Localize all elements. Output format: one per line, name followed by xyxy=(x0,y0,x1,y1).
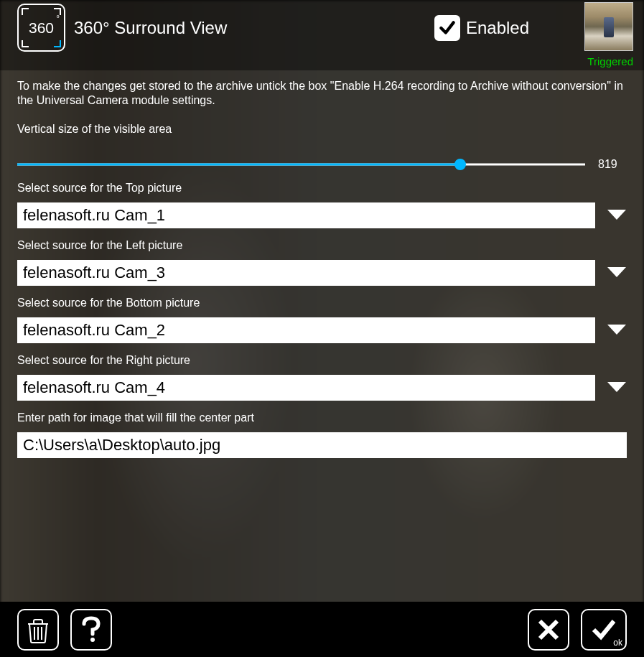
chevron-down-icon[interactable] xyxy=(607,266,627,279)
delete-button[interactable] xyxy=(17,609,59,651)
chevron-down-icon[interactable] xyxy=(607,209,627,222)
camera-preview-thumbnail[interactable] xyxy=(584,2,633,51)
source-top-label: Select source for the Top picture xyxy=(17,181,627,195)
help-text: To make the changes get stored to the ar… xyxy=(17,79,627,108)
module-360-icon: 360° xyxy=(17,4,65,52)
enabled-checkbox[interactable] xyxy=(434,15,460,41)
vertical-size-value: 819 xyxy=(598,158,627,171)
source-bottom-value[interactable]: felenasoft.ru Cam_2 xyxy=(17,317,595,343)
svg-point-8 xyxy=(90,638,95,642)
ok-label: ok xyxy=(613,638,622,648)
settings-panel: To make the changes get stored to the ar… xyxy=(0,70,644,602)
check-icon xyxy=(438,19,457,37)
status-badge: Triggered xyxy=(587,55,633,67)
svg-marker-0 xyxy=(607,210,626,220)
source-left-value[interactable]: felenasoft.ru Cam_3 xyxy=(17,260,595,286)
svg-marker-2 xyxy=(607,325,626,335)
question-icon xyxy=(77,615,106,644)
enabled-label: Enabled xyxy=(466,18,529,38)
slider-thumb[interactable] xyxy=(454,159,466,170)
source-top-dropdown[interactable]: felenasoft.ru Cam_1 xyxy=(17,202,627,228)
source-left-label: Select source for the Left picture xyxy=(17,238,627,253)
chevron-down-icon[interactable] xyxy=(607,324,627,337)
center-image-label: Enter path for image that will fill the … xyxy=(17,411,627,425)
source-right-dropdown[interactable]: felenasoft.ru Cam_4 xyxy=(17,375,627,401)
source-right-value[interactable]: felenasoft.ru Cam_4 xyxy=(17,375,595,401)
degree-symbol: ° xyxy=(56,14,60,24)
center-image-path-input[interactable] xyxy=(17,432,627,458)
chevron-down-icon[interactable] xyxy=(607,381,627,394)
vertical-size-slider[interactable] xyxy=(17,158,585,171)
cancel-button[interactable] xyxy=(528,609,569,651)
source-right-label: Select source for the Right picture xyxy=(17,353,627,368)
vertical-size-label: Vertical size of the visible area xyxy=(17,122,627,136)
close-icon xyxy=(534,615,563,644)
svg-marker-1 xyxy=(607,267,626,277)
source-left-dropdown[interactable]: felenasoft.ru Cam_3 xyxy=(17,260,627,286)
module-icon-text: 360 xyxy=(29,19,54,36)
header-bar: 360° 360° Surround View Enabled Triggere… xyxy=(0,0,644,70)
enabled-toggle[interactable]: Enabled xyxy=(434,15,529,41)
source-bottom-dropdown[interactable]: felenasoft.ru Cam_2 xyxy=(17,317,627,343)
page-title: 360° Surround View xyxy=(74,18,227,38)
help-button[interactable] xyxy=(70,609,112,651)
ok-button[interactable]: ok xyxy=(581,609,627,651)
source-top-value[interactable]: felenasoft.ru Cam_1 xyxy=(17,202,595,228)
trash-icon xyxy=(24,615,52,644)
source-bottom-label: Select source for the Bottom picture xyxy=(17,296,627,310)
footer-bar: ok xyxy=(0,602,644,657)
svg-marker-3 xyxy=(607,382,626,392)
